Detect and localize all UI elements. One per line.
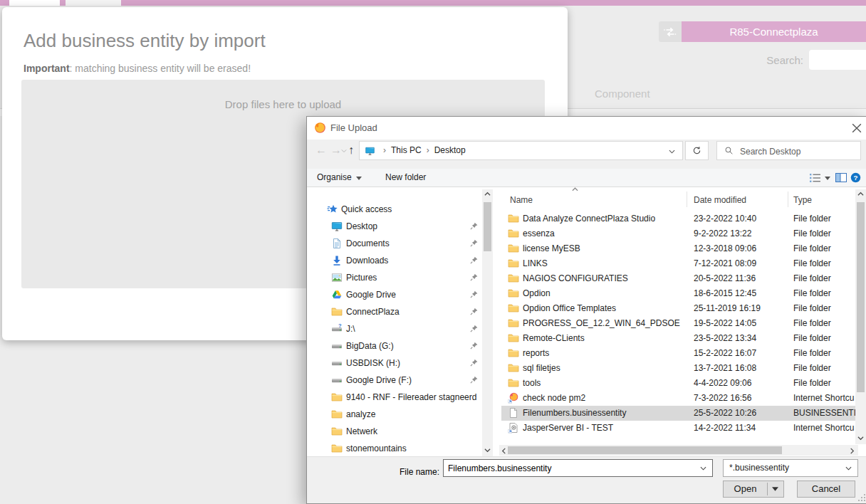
file-date-modified: 9-2-2022 13:22: [694, 226, 786, 241]
dialog-titlebar[interactable]: File Upload: [307, 117, 866, 140]
file-row-sql-filetjes[interactable]: sql filetjes 13-7-2021 16:08 File folder: [501, 361, 855, 376]
file-type-combo[interactable]: *.businessentity: [723, 459, 858, 477]
file-row-opdion-office-templates[interactable]: Opdion Office Templates 25-11-2019 16:19…: [501, 301, 855, 316]
file-row-links[interactable]: LINKS 7-12-2021 08:09 File folder: [501, 256, 855, 271]
up-button[interactable]: ↑: [348, 143, 354, 157]
sidebar-item-downloads[interactable]: Downloads: [307, 252, 482, 269]
file-type: File folder: [793, 346, 855, 361]
scroll-right-icon[interactable]: [850, 448, 855, 454]
sidebar-item-quick-access[interactable]: Quick access: [307, 201, 482, 218]
folder-icon: [508, 228, 519, 239]
scroll-up-icon[interactable]: [857, 191, 864, 196]
topbar-tab-gray[interactable]: [66, 0, 121, 6]
scrollbar-thumb[interactable]: [857, 202, 865, 392]
history-dropdown-icon[interactable]: [341, 149, 347, 153]
close-icon[interactable]: [852, 123, 862, 133]
drive-icon: [331, 340, 343, 352]
transfer-button[interactable]: [659, 21, 682, 42]
sidebar-item-label: Quick access: [341, 204, 392, 214]
breadcrumb-item-this-pc[interactable]: This PC: [391, 145, 422, 155]
sidebar-item-documents[interactable]: Documents: [307, 235, 482, 252]
workspace-button[interactable]: R85-Connectplaza: [682, 21, 866, 42]
file-name: tools: [523, 376, 685, 391]
forward-button[interactable]: →: [330, 143, 342, 157]
file-row-remote-clients[interactable]: Remote-CLients 23-5-2022 13:34 File fold…: [501, 331, 855, 346]
file-row-filenumbers-businessentity[interactable]: Filenumbers.businessentity 25-5-2022 10:…: [501, 406, 855, 421]
file-row-jasperserver-bi-test[interactable]: JasperServer BI - TEST 14-2-2022 11:34 I…: [501, 421, 855, 436]
open-dropdown-icon[interactable]: [772, 487, 778, 491]
organise-button[interactable]: Organise: [317, 172, 362, 182]
sidebar-item-stonemountains[interactable]: stonemountains: [307, 440, 482, 457]
refresh-button[interactable]: [685, 141, 709, 160]
column-type[interactable]: Type: [793, 195, 812, 205]
chevron-down-icon[interactable]: [700, 466, 706, 471]
sidebar-scrollbar[interactable]: [482, 189, 493, 456]
column-name[interactable]: Name: [510, 195, 533, 205]
cancel-button[interactable]: Cancel: [797, 481, 855, 498]
file-icon: [508, 407, 519, 419]
pin-icon: [469, 238, 479, 248]
sidebar-item-j[interactable]: ? J:\: [307, 320, 482, 337]
file-name-input[interactable]: [444, 461, 704, 476]
file-row-opdion[interactable]: Opdion 18-6-2015 12:45 File folder: [501, 286, 855, 301]
help-icon[interactable]: ?: [850, 172, 861, 183]
sidebar-item-usbdisk-h[interactable]: USBDISK (H:): [307, 355, 482, 372]
preview-pane-icon[interactable]: [835, 173, 847, 182]
modal-warning: Important: matching business entity will…: [24, 63, 251, 74]
quick-access-icon: [327, 204, 338, 215]
breadcrumb-item-desktop[interactable]: Desktop: [434, 145, 466, 155]
sidebar-item-pictures[interactable]: Pictures: [307, 269, 482, 286]
pin-icon: [469, 375, 479, 384]
file-row-nagios-configuraties[interactable]: NAGIOS CONFIGURATIES 20-5-2022 11:36 Fil…: [501, 271, 855, 286]
file-type: File folder: [793, 361, 855, 376]
scroll-down-icon[interactable]: [484, 448, 491, 453]
file-name-combo[interactable]: [443, 459, 713, 477]
sidebar-item-google-drive-f[interactable]: Google Drive (F:): [307, 372, 482, 389]
horizontal-scrollbar[interactable]: [499, 445, 858, 456]
sidebar-item-desktop[interactable]: Desktop: [307, 218, 482, 235]
sidebar-item-analyze[interactable]: analyze: [307, 406, 482, 423]
file-row-check-node-pm2[interactable]: check node pm2 7-3-2022 16:56 Internet S…: [501, 391, 855, 406]
scrollbar-thumb[interactable]: [484, 202, 491, 251]
chevron-down-icon[interactable]: [845, 466, 852, 471]
open-button[interactable]: Open: [723, 481, 784, 498]
scrollbar-thumb[interactable]: [508, 446, 782, 454]
scroll-up-icon[interactable]: [484, 191, 491, 196]
file-row-reports[interactable]: reports 15-2-2022 16:07 File folder: [501, 346, 855, 361]
back-button[interactable]: ←: [315, 143, 327, 157]
new-folder-button[interactable]: New folder: [385, 172, 426, 182]
file-date-modified: 23-5-2022 13:34: [694, 331, 786, 346]
file-list-scrollbar[interactable]: [855, 189, 866, 444]
sidebar-item-bigdata-g[interactable]: BigData (G:): [307, 337, 482, 355]
file-name: Filenumbers.businessentity: [523, 406, 685, 421]
file-type: File folder: [793, 271, 855, 286]
sidebar-item-google-drive[interactable]: Google Drive: [307, 286, 482, 303]
file-row-essenza[interactable]: essenza 9-2-2022 13:22 File folder: [501, 226, 855, 241]
view-mode-icon[interactable]: [809, 173, 821, 183]
file-date-modified: 20-5-2022 11:36: [694, 271, 786, 286]
file-row-license-myesb[interactable]: license MyESB 12-3-2018 09:06 File folde…: [501, 241, 855, 256]
file-row-progress-oe-12-2-win-64-pdsoe[interactable]: PROGRESS_OE_12.2_WIN_64_PDSOE 19-5-2022 …: [501, 316, 855, 331]
file-row-tools[interactable]: tools 4-4-2022 09:06 File folder: [501, 376, 855, 391]
sidebar-item-connectplaza[interactable]: ConnectPlaza: [307, 303, 482, 320]
scroll-left-icon[interactable]: [501, 448, 506, 454]
file-type: File folder: [793, 226, 855, 241]
address-bar[interactable]: ›This PC›Desktop: [359, 141, 683, 160]
file-date-modified: 25-5-2022 10:26: [694, 406, 786, 421]
sidebar-item-label: stonemountains: [346, 443, 407, 453]
resize-grip-icon[interactable]: [858, 494, 866, 502]
pin-icon: [469, 273, 479, 282]
file-row-data-analyze-connectplaza-studio[interactable]: Data Analyze ConnectPlaza Studio 23-2-20…: [501, 211, 855, 226]
scroll-down-icon[interactable]: [857, 436, 864, 441]
search-input[interactable]: [739, 142, 859, 160]
search-box[interactable]: [716, 141, 861, 160]
sidebar-item-9140-rnf-filereader-stagneerd[interactable]: 9140 - RNF - Filereader stagneerd: [307, 389, 482, 406]
view-mode-dropdown-icon[interactable]: [825, 177, 830, 180]
file-type: File folder: [793, 331, 855, 346]
desktop-icon: [331, 221, 343, 232]
column-date-modified[interactable]: Date modified: [694, 195, 746, 205]
address-dropdown-icon[interactable]: [669, 149, 675, 154]
page-search-input[interactable]: [809, 50, 866, 70]
topbar-tab-white[interactable]: [9, 0, 60, 6]
sidebar-item-netwerk[interactable]: Netwerk: [307, 423, 482, 440]
